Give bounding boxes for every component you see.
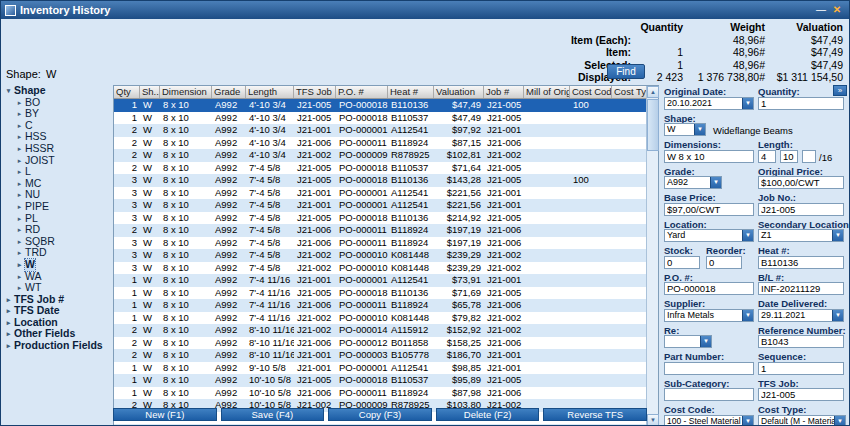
tree-item-c[interactable]: ▸C <box>1 120 109 132</box>
table-row[interactable]: 2W8 x 10A9924'-10 3/4J21-001PO-000001A11… <box>114 124 646 137</box>
base-price-input[interactable] <box>664 203 754 216</box>
tree-item-l[interactable]: ▸L <box>1 166 109 178</box>
grade-dropdown-icon[interactable]: ▼ <box>710 177 721 188</box>
shape-input[interactable]: W ▼ <box>664 123 706 136</box>
tree-item-w[interactable]: ▸W <box>1 259 109 271</box>
table-row[interactable]: 1W8 x 10A9927'-4 11/16J21-005PO-000018B1… <box>114 287 646 300</box>
tree-item-pl[interactable]: ▸PL <box>1 213 109 225</box>
tree-item-hss[interactable]: ▸HSS <box>1 131 109 143</box>
table-row[interactable]: 1W8 x 10A99210'-10 5/8J21-006PO-000011B1… <box>114 387 646 400</box>
tree-item-shape[interactable]: ▾Shape <box>1 85 109 97</box>
collapsed-icon[interactable]: ▸ <box>14 166 25 178</box>
date-delivered-dropdown-icon[interactable]: ▼ <box>832 310 843 321</box>
tfs-job-input[interactable] <box>758 388 844 401</box>
part-number-input[interactable] <box>664 362 754 375</box>
collapsed-icon[interactable]: ▸ <box>14 247 25 259</box>
tree-item-nu[interactable]: ▸NU <box>1 189 109 201</box>
grid-col-valuation[interactable]: Valuation <box>434 86 484 98</box>
collapsed-icon[interactable]: ▸ <box>14 201 25 213</box>
table-row[interactable]: 3W8 x 10A9927'-4 5/8J21-006PO-000011B118… <box>114 237 646 250</box>
collapsed-icon[interactable]: ▸ <box>14 282 25 294</box>
collapsed-icon[interactable]: ▸ <box>14 108 25 120</box>
job-no-input[interactable] <box>758 203 844 216</box>
jump-button[interactable]: » <box>833 85 847 96</box>
new-f1-button[interactable]: New (F1) <box>113 408 217 421</box>
secondary-location-input[interactable]: Z1 ▼ <box>758 229 844 242</box>
table-row[interactable]: 1W8 x 10A9927'-4 11/16J21-001PO-000001A1… <box>114 274 646 287</box>
table-row[interactable]: 3W8 x 10A9927'-4 5/8J21-005PO-000018B110… <box>114 212 646 225</box>
supplier-dropdown-icon[interactable]: ▼ <box>742 310 753 321</box>
collapsed-icon[interactable]: ▸ <box>14 155 25 167</box>
table-row[interactable]: 2W8 x 10A9924'-10 3/4J21-002PO-000009R87… <box>114 149 646 162</box>
re-dropdown-icon[interactable]: ▼ <box>700 336 711 347</box>
tree-item-mc[interactable]: ▸MC <box>1 178 109 190</box>
tree-item-by[interactable]: ▸BY <box>1 108 109 120</box>
collapsed-icon[interactable]: ▸ <box>14 236 25 248</box>
cost-type-dropdown-icon[interactable]: ▼ <box>834 416 845 426</box>
length-sixteenths-input[interactable] <box>802 150 816 163</box>
table-row[interactable]: 3W8 x 10A9927'-4 5/8J21-002PO-000010K081… <box>114 262 646 275</box>
original-date-input[interactable]: 20.10.2021 ▼ <box>664 97 754 110</box>
sub-category-input[interactable] <box>664 388 754 401</box>
scrollbar-thumb[interactable] <box>647 99 659 151</box>
re-input[interactable]: ▼ <box>664 335 712 348</box>
grade-input[interactable]: A992 ▼ <box>664 176 722 189</box>
grid-col-length[interactable]: Length <box>246 86 294 98</box>
grid-col-grade[interactable]: Grade <box>212 86 246 98</box>
reorder-input[interactable] <box>706 256 742 269</box>
delete-f2-button[interactable]: Delete (F2) <box>436 408 540 421</box>
collapsed-icon[interactable]: ▸ <box>3 294 14 306</box>
grid-col-cost-type[interactable]: Cost Type <box>612 86 648 98</box>
table-row[interactable]: 2W8 x 10A9924'-10 3/4J21-006PO-000011B11… <box>114 137 646 150</box>
date-delivered-input[interactable]: 29.11.2021 ▼ <box>758 309 844 322</box>
calendar-dropdown-icon[interactable]: ▼ <box>742 98 753 109</box>
length-feet-input[interactable] <box>758 150 776 163</box>
collapsed-icon[interactable]: ▸ <box>3 317 14 329</box>
location-input[interactable]: Yard ▼ <box>664 229 754 242</box>
reference-number-input[interactable] <box>758 335 844 348</box>
tree-item-wa[interactable]: ▸WA <box>1 271 109 283</box>
collapsed-icon[interactable]: ▸ <box>14 97 25 109</box>
location-dropdown-icon[interactable]: ▼ <box>742 230 753 241</box>
table-row[interactable]: 1W8 x 10A9929'-10 5/8J21-001PO-000001A11… <box>114 362 646 375</box>
cost-type-input[interactable]: Default (M - Material) ▼ <box>758 415 846 426</box>
tree-item-bo[interactable]: ▸BO <box>1 97 109 109</box>
bl-input[interactable] <box>758 282 844 295</box>
collapsed-icon[interactable]: ▸ <box>14 224 25 236</box>
tree-item-trd[interactable]: ▸TRD <box>1 247 109 259</box>
tree-item-sqbr[interactable]: ▸SQBR <box>1 236 109 248</box>
collapsed-icon[interactable]: ▸ <box>14 131 25 143</box>
table-row[interactable]: 3W8 x 10A9927'-4 5/8J21-002PO-000010K081… <box>114 249 646 262</box>
grid-col-sh[interactable]: Sh... <box>140 86 160 98</box>
collapsed-icon[interactable]: ▸ <box>14 120 25 132</box>
grid-col-dimension[interactable]: Dimension <box>160 86 212 98</box>
tree-item-pipe[interactable]: ▸PIPE <box>1 201 109 213</box>
tree-item-hssr[interactable]: ▸HSSR <box>1 143 109 155</box>
collapsed-icon[interactable]: ▸ <box>14 213 25 225</box>
scroll-up-icon[interactable]: ▲ <box>647 86 659 98</box>
table-row[interactable]: 2W8 x 10A9928'-10 11/16J21-001PO-000003B… <box>114 349 646 362</box>
stock-input[interactable] <box>664 256 700 269</box>
cost-code-input[interactable]: 100 - Steel Material ▼ <box>664 415 754 426</box>
find-button[interactable]: Find <box>607 64 645 79</box>
copy-f3-button[interactable]: Copy (F3) <box>328 408 432 421</box>
grid-vertical-scrollbar[interactable]: ▲ ▼ <box>646 86 658 426</box>
grid-col-cost-code[interactable]: Cost Code <box>570 86 612 98</box>
grid-col-job[interactable]: Job # <box>484 86 524 98</box>
table-row[interactable]: 3W8 x 10A9927'-4 5/8J21-005PO-000018B110… <box>114 174 646 187</box>
table-row[interactable]: 2W8 x 10A9928'-10 11/16J21-006PO-000012B… <box>114 337 646 350</box>
minimize-button[interactable]: — <box>813 3 829 17</box>
table-row[interactable]: 2W8 x 10A9927'-4 5/8J21-006PO-000011B118… <box>114 224 646 237</box>
tree-item-rd[interactable]: ▸RD <box>1 224 109 236</box>
collapsed-icon[interactable]: ▸ <box>14 143 25 155</box>
dimensions-input[interactable] <box>664 150 754 163</box>
close-button[interactable]: ✕ <box>829 3 845 17</box>
expanded-icon[interactable]: ▾ <box>3 85 14 97</box>
grid-col-heat[interactable]: Heat # <box>388 86 434 98</box>
table-row[interactable]: 1W8 x 10A9924'-10 3/4J21-005PO-000018B11… <box>114 99 646 112</box>
table-row[interactable]: 1W8 x 10A9927'-4 11/16J21-006PO-000011B1… <box>114 299 646 312</box>
table-row[interactable]: 3W8 x 10A9927'-4 5/8J21-001PO-000001A112… <box>114 187 646 200</box>
table-row[interactable]: 2W8 x 10A9927'-4 5/8J21-005PO-000018B110… <box>114 162 646 175</box>
collapsed-icon[interactable]: ▸ <box>14 189 25 201</box>
table-row[interactable]: 1W8 x 10A9927'-4 11/16J21-002PO-000010K0… <box>114 312 646 325</box>
